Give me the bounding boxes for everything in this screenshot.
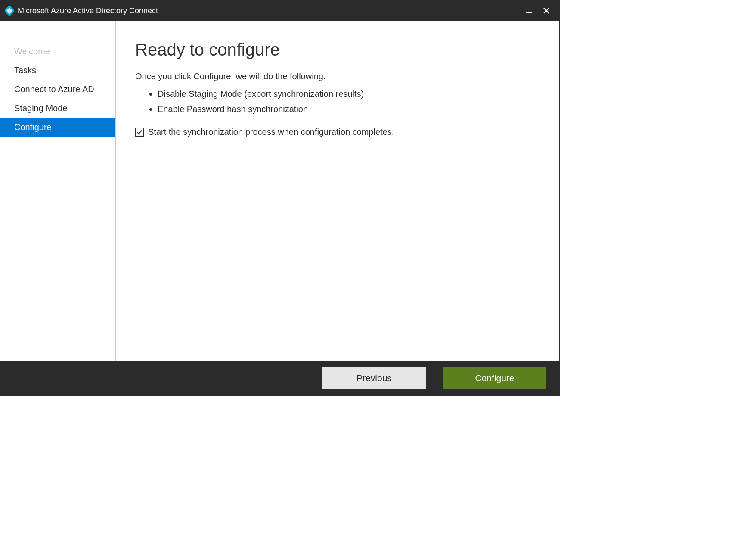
- intro-text: Once you click Configure, we will do the…: [135, 72, 533, 81]
- button-label: Previous: [356, 373, 392, 383]
- titlebar: Microsoft Azure Active Directory Connect: [0, 0, 559, 21]
- sidebar-item-label: Welcome: [14, 47, 50, 56]
- sidebar-item-tasks[interactable]: Tasks: [0, 61, 115, 80]
- start-sync-checkbox-label: Start the synchronization process when c…: [148, 127, 394, 137]
- svg-rect-2: [526, 12, 532, 13]
- sidebar: Welcome Tasks Connect to Azure AD Stagin…: [0, 21, 116, 361]
- main-panel: Ready to configure Once you click Config…: [116, 21, 559, 361]
- sidebar-item-staging[interactable]: Staging Mode: [0, 99, 115, 118]
- sidebar-item-welcome[interactable]: Welcome: [0, 42, 115, 61]
- window-title: Microsoft Azure Active Directory Connect: [18, 6, 158, 16]
- list-item: Disable Staging Mode (export synchroniza…: [158, 87, 533, 102]
- page-title: Ready to configure: [135, 40, 533, 59]
- sidebar-item-configure[interactable]: Configure: [0, 118, 115, 137]
- start-sync-checkbox-row: Start the synchronization process when c…: [135, 127, 533, 137]
- sidebar-item-label: Tasks: [14, 65, 36, 75]
- footer: Previous Configure: [0, 361, 559, 396]
- start-sync-checkbox[interactable]: [135, 128, 144, 137]
- previous-button[interactable]: Previous: [322, 367, 426, 389]
- action-list: Disable Staging Mode (export synchroniza…: [158, 87, 533, 117]
- sidebar-item-label: Staging Mode: [14, 103, 67, 113]
- sidebar-item-label: Connect to Azure AD: [14, 84, 94, 94]
- sidebar-item-label: Configure: [14, 122, 52, 132]
- list-item: Enable Password hash synchronization: [158, 102, 533, 117]
- body: Welcome Tasks Connect to Azure AD Stagin…: [0, 21, 559, 361]
- configure-button[interactable]: Configure: [443, 367, 546, 389]
- sidebar-item-connect[interactable]: Connect to Azure AD: [0, 80, 115, 99]
- button-label: Configure: [475, 373, 514, 383]
- minimize-button[interactable]: [521, 2, 538, 19]
- azure-icon: [5, 6, 14, 16]
- close-button[interactable]: [538, 2, 555, 19]
